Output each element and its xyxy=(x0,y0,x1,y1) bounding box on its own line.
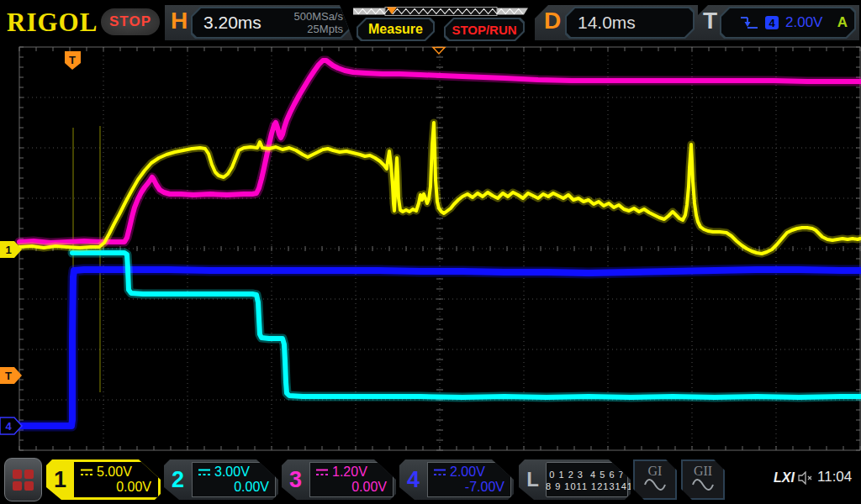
delay-value: 14.0ms xyxy=(578,13,636,33)
channel-2-scale: 3.00V xyxy=(214,465,250,480)
stop-run-button-label: STOP/RUN xyxy=(446,23,523,37)
sine-wave-icon xyxy=(643,479,667,491)
measure-button[interactable]: Measure xyxy=(357,18,435,41)
channel-2-box[interactable]: 2 3.00V 0.00V xyxy=(164,459,278,500)
horizontal-settings-box[interactable]: H 3.20ms 500MSa/s 25Mpts xyxy=(165,5,353,40)
oscilloscope-screen: T1T4 RIGOL STOP H 3.20ms 500MSa/s 25Mpts… xyxy=(0,0,861,504)
logic-analyzer-box[interactable]: L 0 1 2 3 4 5 6 78 9 1011 12131415 xyxy=(519,459,631,500)
waveform-display: T1T4 xyxy=(0,0,861,504)
logic-digits-row2: 8 9 1011 12131415 xyxy=(546,481,639,491)
horizontal-label: H xyxy=(171,8,188,34)
delay-settings-box[interactable]: D 14.0ms xyxy=(535,5,698,40)
generator-1-label: GI xyxy=(635,464,675,479)
svg-text:4: 4 xyxy=(5,420,12,433)
channel-3-scale: 1.20V xyxy=(332,465,367,480)
timebase-value: 3.20ms xyxy=(203,13,261,33)
svg-text:1: 1 xyxy=(5,244,11,256)
sample-rate: 500MSa/s xyxy=(293,10,343,23)
rigol-logo: RIGOL xyxy=(7,8,98,38)
memory-depth: 25Mpts xyxy=(307,23,343,35)
stop-run-button[interactable]: STOP/RUN xyxy=(444,18,525,41)
lxi-logo: LXI xyxy=(774,470,795,486)
run-state-text: STOP xyxy=(109,13,151,30)
dc-coupling-icon xyxy=(315,468,329,477)
falling-edge-icon xyxy=(740,15,758,30)
delay-center-triangle[interactable] xyxy=(433,48,445,55)
sine-wave-icon xyxy=(691,479,715,491)
memory-window-segment xyxy=(385,8,497,16)
trigger-label: T xyxy=(703,8,717,34)
generator-2-button[interactable]: GII xyxy=(681,459,725,500)
dc-coupling-icon xyxy=(433,468,446,477)
generator-2-label: GII xyxy=(683,464,723,479)
menu-button[interactable] xyxy=(4,458,42,501)
dc-coupling-icon xyxy=(80,468,93,477)
menu-grid-icon xyxy=(13,470,34,491)
timebase-box: 3.20ms 500MSa/s 25Mpts xyxy=(191,7,351,39)
channel-4-offset: -7.00V xyxy=(465,480,504,495)
run-state-badge: STOP xyxy=(101,8,160,35)
channel-1-offset: 0.00V xyxy=(116,480,151,495)
generator-1-button[interactable]: GI xyxy=(633,459,677,500)
memory-position-bar xyxy=(353,7,528,16)
channel-3-offset: 0.00V xyxy=(351,480,387,495)
trigger-sweep-mode: A xyxy=(837,14,848,31)
dc-coupling-icon xyxy=(198,468,211,477)
channel-4-box[interactable]: 4 2.00V -7.00V xyxy=(399,459,514,500)
measure-button-label: Measure xyxy=(358,22,433,37)
channel-1-box[interactable]: 1 5.00V 0.00V xyxy=(46,459,161,500)
trigger-settings-box[interactable]: T 4 2.00V A xyxy=(695,5,859,40)
trigger-info-box: 4 2.00V A xyxy=(720,7,856,39)
trigger-source-badge: 4 xyxy=(765,16,779,29)
trigger-level-value: 2.00V xyxy=(785,14,822,31)
speaker-muted-icon[interactable] xyxy=(797,471,814,485)
delay-value-box: 14.0ms xyxy=(565,7,695,39)
channel-1-scale: 5.00V xyxy=(97,465,132,480)
logic-digits-row1: 0 1 2 3 4 5 6 7 xyxy=(549,470,624,480)
svg-text:T: T xyxy=(5,370,12,382)
channel-4-scale: 2.00V xyxy=(450,465,485,480)
delay-label: D xyxy=(544,8,561,34)
channel-2-offset: 0.00V xyxy=(234,480,269,495)
channel-3-box[interactable]: 3 1.20V 0.00V xyxy=(282,459,396,500)
clock: 11:04 xyxy=(817,469,852,486)
svg-text:T: T xyxy=(69,54,76,66)
